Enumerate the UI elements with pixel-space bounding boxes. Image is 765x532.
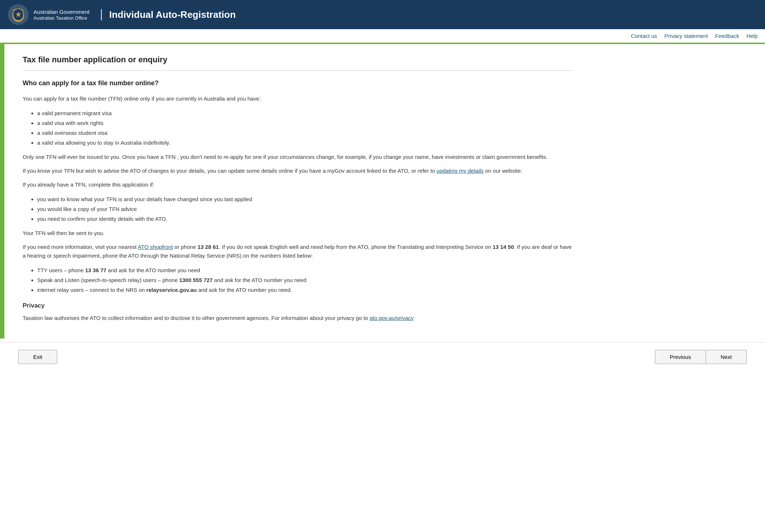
previous-button[interactable]: Previous [655,350,706,364]
para-3: If you know your TFN but wish to advise … [23,167,573,175]
bullet3-2-after: and ask for the ATO number you need. [197,287,292,293]
para-6: If you need more information, visit your… [23,243,573,260]
list-item: a valid permanent migrant visa [37,108,573,118]
list-item: a valid visa with work rights [37,118,573,128]
updating-my-details-link[interactable]: updating my details [436,168,484,174]
gov-line2: Australian Taxation Office [34,15,89,21]
main-content: Tax file number application or enquiry W… [4,44,588,339]
para3-after: on our website. [484,168,522,174]
phone-1: 13 28 61 [198,244,219,250]
para-5: Your TFN will then be sent to you. [23,229,573,238]
privacy-heading: Privacy [23,302,573,309]
bullet3-2-before: internet relay users – connect to the NR… [37,287,146,293]
list-item: a valid visa allowing you to stay in Aus… [37,138,573,148]
privacy-text-before: Taxation law authorises the ATO to colle… [23,315,370,321]
page-header-title: Individual Auto-Registration [101,9,236,20]
para3-before: If you know your TFN but wish to advise … [23,168,436,174]
bullet3-1-before: Speak and Listen (speech-to-speech relay… [37,277,179,283]
list-item: you want to know what your TFN is and yo… [37,194,573,204]
para6-before: If you need more information, visit your… [23,244,138,250]
coat-of-arms-icon: ★ [7,4,29,26]
ato-privacy-link[interactable]: ato.gov.au/privacy [370,315,414,321]
page-title: Tax file number application or enquiry [23,55,573,64]
gov-line1: Australian Government [34,8,89,16]
phone-2: 13 14 50 [493,244,514,250]
intro-paragraph: You can apply for a tax file number (TFN… [23,94,573,103]
para6-middle: or phone [173,244,198,250]
header: ★ Australian Government Australian Taxat… [0,0,765,29]
privacy-paragraph: Taxation law authorises the ATO to colle… [23,314,573,322]
header-text-block: Australian Government Australian Taxatio… [34,8,89,21]
bullet3-0-before: TTY users – phone [37,267,85,273]
bullet-list-3: TTY users – phone 13 36 77 and ask for t… [37,265,573,295]
nav-bar: Contact us Privacy statement Feedback He… [0,29,765,44]
next-button[interactable]: Next [706,350,747,364]
bullet-list-2: you want to know what your TFN is and yo… [37,194,573,224]
bullet3-1-after: and ask for the ATO number you need [213,277,306,283]
section-heading: Who can apply for a tax file number onli… [23,79,573,87]
ato-shopfront-link[interactable]: ATO shopfront [138,244,173,250]
bottom-nav-right: Previous Next [655,350,747,364]
bottom-nav: Exit Previous Next [0,342,765,371]
bullet3-0-bold: 13 36 77 [85,267,106,273]
nav-feedback[interactable]: Feedback [715,33,739,39]
content-wrapper: Tax file number application or enquiry W… [0,44,765,339]
green-accent-bar [0,44,4,339]
list-item: a valid overseas student visa [37,128,573,138]
bullet3-2-bold: relayservice.gov.au [146,287,197,293]
title-divider [23,70,573,71]
bullet3-1-bold: 1300 555 727 [179,277,213,283]
header-logo: ★ Australian Government Australian Taxat… [7,4,236,26]
bullet3-0-after: and ask for the ATO number you need [106,267,200,273]
bullet-list-1: a valid permanent migrant visa a valid v… [37,108,573,148]
nav-privacy-statement[interactable]: Privacy statement [664,33,708,39]
list-item: you would like a copy of your TFN advice [37,204,573,214]
exit-button[interactable]: Exit [18,350,57,364]
para-4: If you already have a TFN, complete this… [23,180,573,189]
list-item: internet relay users – connect to the NR… [37,285,573,295]
svg-text:★: ★ [15,11,22,18]
nav-contact-us[interactable]: Contact us [631,33,657,39]
list-item: TTY users – phone 13 36 77 and ask for t… [37,265,573,275]
list-item: you need to confirm your identity detail… [37,214,573,224]
para-2: Only one TFN will ever be issued to you.… [23,153,573,161]
para6-middle2: . If you do not speak English well and n… [219,244,493,250]
list-item: Speak and Listen (speech-to-speech relay… [37,275,573,285]
nav-help[interactable]: Help [746,33,758,39]
